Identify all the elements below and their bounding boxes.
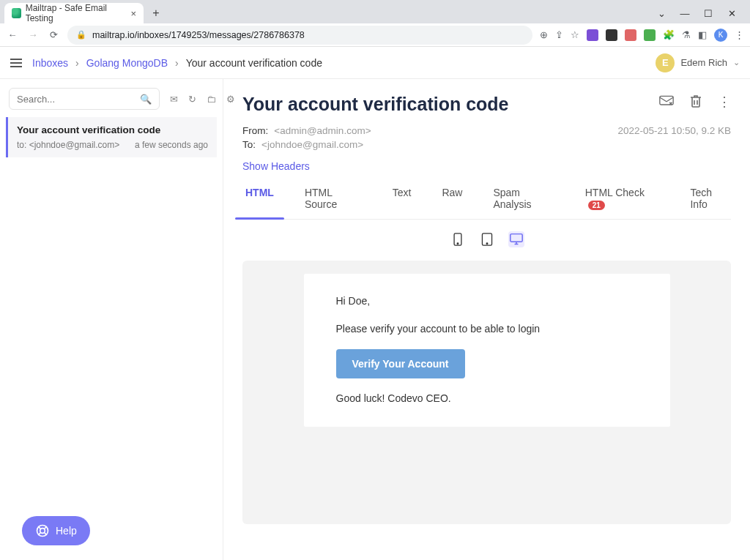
favicon-icon <box>12 8 21 18</box>
email-signoff: Good luck! Codevo CEO. <box>336 392 638 406</box>
timestamp-size: 2022-05-21 10:50, 9.2 KB <box>617 125 731 150</box>
zoom-icon[interactable]: ⊕ <box>540 29 548 40</box>
message-to: to: <johndoe@gmail.com> <box>17 140 119 150</box>
message-time: a few seconds ago <box>135 140 208 150</box>
forward-icon[interactable]: → <box>26 29 40 40</box>
search-field[interactable] <box>17 94 140 105</box>
device-mobile-icon[interactable] <box>450 231 466 247</box>
view-tabs: HTML HTML Source Text Raw Spam Analysis … <box>242 187 731 220</box>
lock-icon: 🔒 <box>76 30 86 40</box>
back-icon[interactable]: ← <box>6 29 19 40</box>
address-bar[interactable]: 🔒 mailtrap.io/inboxes/1749253/messages/2… <box>67 26 532 45</box>
window-controls: ⌄ — ☐ ✕ <box>655 8 746 19</box>
extension-icon[interactable] <box>644 29 656 41</box>
svg-rect-11 <box>510 234 521 242</box>
envelope-open-icon[interactable]: ✉ <box>170 94 178 105</box>
extension-icons: ⊕ ⇪ ☆ 🧩 ⚗ ◧ K ⋮ <box>540 29 744 42</box>
tab-html-source[interactable]: HTML Source <box>302 187 365 219</box>
flask-icon[interactable]: ⚗ <box>682 29 691 40</box>
tab-html-check[interactable]: HTML Check 21 <box>582 187 663 219</box>
from-value: <admin@admin.com> <box>274 125 371 136</box>
star-icon[interactable]: ☆ <box>571 29 579 40</box>
close-window-icon[interactable]: ✕ <box>725 8 738 19</box>
svg-line-3 <box>45 526 47 529</box>
html-check-badge: 21 <box>588 201 605 210</box>
device-tablet-icon[interactable] <box>479 231 495 247</box>
tab-title: Mailtrap - Safe Email Testing <box>26 3 127 23</box>
extension-icon[interactable] <box>625 29 636 41</box>
device-desktop-icon[interactable] <box>508 231 524 247</box>
crumb-project[interactable]: Golang MongoDB <box>86 57 168 69</box>
avatar: E <box>656 53 675 72</box>
tab-spam[interactable]: Spam Analysis <box>490 187 557 219</box>
refresh-icon[interactable]: ↻ <box>188 94 196 105</box>
kebab-icon[interactable]: ⋮ <box>718 94 731 110</box>
extension-icon[interactable] <box>606 29 617 41</box>
browser-tab-strip: Mailtrap - Safe Email Testing × + ⌄ — ☐ … <box>0 0 750 23</box>
svg-point-1 <box>40 529 45 534</box>
chevron-right-icon: › <box>75 57 79 69</box>
svg-line-4 <box>38 533 40 535</box>
close-icon[interactable]: × <box>130 8 136 19</box>
url-text: mailtrap.io/inboxes/1749253/messages/278… <box>92 30 305 40</box>
help-label: Help <box>56 525 77 537</box>
app-header: Inboxes › Golang MongoDB › Your account … <box>0 47 750 79</box>
forward-icon[interactable] <box>659 95 674 109</box>
email-line: Please verify your account to be able to… <box>336 322 638 337</box>
svg-line-2 <box>38 526 40 529</box>
gear-icon[interactable]: ⚙ <box>226 94 235 105</box>
puzzle-icon[interactable]: 🧩 <box>663 29 675 40</box>
address-bar-row: ← → ⟳ 🔒 mailtrap.io/inboxes/1749253/mess… <box>0 23 750 47</box>
browser-tab[interactable]: Mailtrap - Safe Email Testing × <box>4 3 144 23</box>
verify-account-button[interactable]: Verify Your Account <box>336 349 465 378</box>
chevron-right-icon: › <box>175 57 179 69</box>
chevron-down-icon: ⌄ <box>733 58 740 67</box>
new-tab-button[interactable]: + <box>146 4 166 23</box>
from-label: From: <box>242 125 268 136</box>
user-name: Edem Rich <box>680 57 727 68</box>
trash-icon[interactable] <box>690 94 702 110</box>
minimize-icon[interactable]: — <box>678 8 691 19</box>
profile-avatar[interactable]: K <box>714 29 727 42</box>
message-subject: Your account verification code <box>17 124 208 135</box>
sidebar: 🔍 ✉ ↻ 🗀 ⚙ Your account verification code… <box>0 79 223 560</box>
message-list-item[interactable]: Your account verification code to: <john… <box>6 117 217 157</box>
svg-point-8 <box>457 243 458 244</box>
tab-text[interactable]: Text <box>390 187 415 219</box>
reload-icon[interactable]: ⟳ <box>47 29 60 40</box>
archive-icon[interactable]: 🗀 <box>207 94 216 105</box>
panel-icon[interactable]: ◧ <box>698 29 707 40</box>
user-menu[interactable]: E Edem Rich ⌄ <box>656 53 740 72</box>
show-headers-link[interactable]: Show Headers <box>242 160 310 172</box>
breadcrumb: Inboxes › Golang MongoDB › Your account … <box>32 57 322 69</box>
email-body: Hi Doe, Please verify your account to be… <box>304 274 670 427</box>
share-icon[interactable]: ⇪ <box>555 29 563 40</box>
crumb-inboxes[interactable]: Inboxes <box>32 57 68 69</box>
kebab-icon[interactable]: ⋮ <box>735 29 744 40</box>
hamburger-icon[interactable] <box>10 59 22 67</box>
tab-raw[interactable]: Raw <box>439 187 465 219</box>
device-switcher <box>242 231 731 247</box>
chevron-down-icon[interactable]: ⌄ <box>655 8 668 19</box>
lifebuoy-icon <box>35 523 50 538</box>
search-input[interactable]: 🔍 <box>9 88 160 110</box>
to-label: To: <box>242 139 256 150</box>
tab-html-check-label: HTML Check <box>585 187 645 198</box>
content-pane: Your account verification code ⋮ From: <… <box>223 79 750 560</box>
email-greeting: Hi Doe, <box>336 294 638 309</box>
help-button[interactable]: Help <box>22 516 90 545</box>
crumb-current: Your account verification code <box>186 57 322 69</box>
maximize-icon[interactable]: ☐ <box>702 8 715 19</box>
tab-html[interactable]: HTML <box>242 187 277 219</box>
extension-icon[interactable] <box>587 29 598 41</box>
svg-line-5 <box>45 533 47 535</box>
email-preview-frame: Hi Doe, Please verify your account to be… <box>242 261 731 524</box>
search-icon[interactable]: 🔍 <box>140 94 152 105</box>
svg-point-10 <box>486 243 488 244</box>
to-value: <johndoe@gmail.com> <box>261 139 363 150</box>
tab-tech-info[interactable]: Tech Info <box>687 187 731 219</box>
message-title: Your account verification code <box>242 94 509 115</box>
